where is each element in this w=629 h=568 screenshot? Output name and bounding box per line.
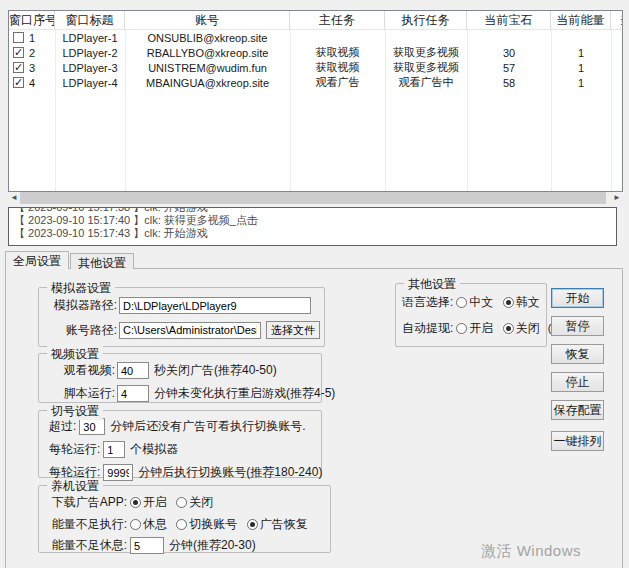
group-maintain-settings: 养机设置 下载广告APP: 开启 关闭 能量不足执行: 休息 切换账号 广告恢复… — [38, 485, 331, 553]
radio-button-icon[interactable] — [130, 519, 141, 530]
radio-button-icon[interactable] — [503, 297, 514, 308]
row-checkbox[interactable] — [13, 62, 24, 73]
scroll-right-arrow-icon[interactable]: ► — [611, 192, 623, 204]
table-row[interactable]: 3 LDPlayer-3 UNISTREM@wudim.fun 获取视频 获取更… — [9, 60, 622, 75]
action-button-column: 开始 暂停 恢复 停止 保存配置 一键排列 — [551, 288, 604, 451]
group-other-settings: 其他设置 语言选择: 中文 韩文 自动提现: 开启 关闭 (测试版) — [395, 283, 547, 347]
choose-file-button[interactable]: 选择文件 — [266, 321, 320, 339]
language-radios: 中文 韩文 — [456, 294, 545, 311]
watch-video-input[interactable] — [117, 362, 149, 379]
radio-label: 中文 — [469, 294, 493, 311]
over-suffix: 分钟后还没有广告可看执行切换账号. — [110, 418, 305, 435]
over-minutes-input[interactable] — [79, 418, 105, 435]
radio-option[interactable]: 开启 — [456, 320, 493, 337]
settings-tab[interactable]: 全局设置 — [5, 251, 69, 269]
table-body: 1 LDPlayer-1 ONSUBLIB@xkreop.site 2 LDPl… — [9, 30, 622, 90]
row-number: 1 — [29, 32, 35, 44]
download-app-label: 下载广告APP: — [47, 494, 127, 511]
cell-window-index: 1 — [9, 32, 55, 44]
cell-main-task: 观看广告 — [290, 75, 385, 90]
scrollbar-thumb[interactable] — [20, 192, 606, 204]
account-path-input[interactable] — [119, 322, 261, 339]
auto-withdraw-radios: 开启 关闭 — [456, 320, 545, 337]
action-button[interactable]: 开始 — [551, 288, 604, 308]
log-line-partial: 【 2023-09-10 15:17:38 】clk: 开始游戏 — [14, 207, 616, 214]
row-number: 2 — [29, 47, 35, 59]
radio-option[interactable]: 开启 — [130, 494, 167, 511]
emulator-table: 窗口序号 窗口标题 账号 主任务 执行任务 当前宝石 当前能量 当 1 LDPl… — [8, 10, 623, 192]
cell-exec-task: 观看广告中 — [385, 75, 467, 90]
radio-option[interactable]: 广告恢复 — [247, 516, 308, 533]
energy-rest-input[interactable] — [130, 537, 164, 554]
table-row[interactable]: 4 LDPlayer-4 MBAINGUA@xkreop.site 观看广告 观… — [9, 75, 622, 90]
radio-label: 开启 — [143, 494, 167, 511]
watch-video-suffix: 秒关闭广告(推荐40-50) — [154, 362, 277, 379]
table-row[interactable]: 2 LDPlayer-2 RBALLYBO@xkreop.site 获取视频 获… — [9, 45, 622, 60]
column-header[interactable]: 当 — [611, 11, 623, 30]
cell-window-title: LDPlayer-1 — [55, 32, 125, 44]
scroll-left-arrow-icon[interactable]: ◄ — [8, 192, 20, 204]
radio-label: 关闭 — [189, 494, 213, 511]
group-title: 养机设置 — [47, 478, 103, 495]
over-label: 超过: — [49, 418, 76, 435]
table-row[interactable]: 1 LDPlayer-1 ONSUBLIB@xkreop.site — [9, 30, 622, 45]
log-lines: 【 2023-09-10 15:17:40 】clk: 获得更多视频_点击 【 … — [14, 214, 616, 240]
action-button[interactable]: 一键排列 — [551, 431, 604, 451]
round-count-input[interactable] — [103, 441, 125, 458]
script-run-input[interactable] — [117, 385, 149, 402]
radio-button-icon[interactable] — [456, 323, 467, 334]
radio-button-icon[interactable] — [456, 297, 467, 308]
emulator-path-input[interactable] — [119, 297, 311, 314]
action-button[interactable]: 暂停 — [551, 316, 604, 336]
cell-energy: 1 — [551, 77, 611, 89]
radio-button-icon[interactable] — [130, 497, 141, 508]
column-header[interactable]: 当前能量 — [551, 11, 611, 30]
radio-option[interactable]: 韩文 — [503, 294, 540, 311]
action-button[interactable]: 停止 — [551, 372, 604, 392]
group-switch-settings: 切号设置 超过: 分钟后还没有广告可看执行切换账号. 每轮运行: 个模拟器 每轮… — [38, 410, 322, 478]
radio-option[interactable]: 中文 — [456, 294, 493, 311]
radio-option[interactable]: 休息 — [130, 516, 167, 533]
column-header[interactable]: 主任务 — [290, 11, 385, 30]
radio-button-icon[interactable] — [176, 497, 187, 508]
cell-window-title: LDPlayer-2 — [55, 47, 125, 59]
row-checkbox[interactable] — [13, 32, 24, 43]
group-video-settings: 视频设置 观看视频: 秒关闭广告(推荐40-50) 脚本运行: 分钟未变化执行重… — [38, 353, 322, 403]
round-run-label: 每轮运行: — [49, 441, 100, 458]
cell-account: UNISTREM@wudim.fun — [125, 62, 290, 74]
cell-window-index: 2 — [9, 47, 55, 59]
cell-account: ONSUBLIB@xkreop.site — [125, 32, 290, 44]
cell-gems: 58 — [467, 77, 551, 89]
group-title: 视频设置 — [47, 346, 103, 363]
auto-withdraw-label: 自动提现: — [402, 320, 453, 337]
emulator-path-label: 模拟器路径: — [47, 297, 117, 314]
activate-windows-watermark: 激活 Windows — [481, 542, 581, 561]
log-line: 【 2023-09-10 15:17:40 】clk: 获得更多视频_点击 — [14, 214, 616, 227]
column-header[interactable]: 执行任务 — [385, 11, 467, 30]
column-header[interactable]: 窗口序号 — [9, 11, 55, 30]
column-header[interactable]: 账号 — [125, 11, 290, 30]
radio-button-icon[interactable] — [176, 519, 187, 530]
radio-option[interactable]: 关闭 — [503, 320, 540, 337]
action-button[interactable]: 恢复 — [551, 344, 604, 364]
column-header[interactable]: 当前宝石 — [467, 11, 551, 30]
action-button[interactable]: 保存配置 — [551, 400, 604, 420]
radio-option[interactable]: 关闭 — [176, 494, 213, 511]
round-suffix: 个模拟器 — [130, 441, 178, 458]
cell-energy: 1 — [551, 62, 611, 74]
column-header[interactable]: 窗口标题 — [55, 11, 125, 30]
settings-tab[interactable]: 其他设置 — [70, 253, 134, 269]
row-checkbox[interactable] — [13, 47, 24, 58]
round-minutes-input[interactable] — [103, 464, 133, 481]
cell-account: MBAINGUA@xkreop.site — [125, 77, 290, 89]
radio-option[interactable]: 切换账号 — [176, 516, 237, 533]
energy-rest-label: 能量不足休息: — [47, 537, 127, 554]
radio-button-icon[interactable] — [503, 323, 514, 334]
radio-button-icon[interactable] — [247, 519, 258, 530]
radio-label: 广告恢复 — [260, 516, 308, 533]
download-app-radios: 开启 关闭 — [130, 494, 219, 511]
row-checkbox[interactable] — [13, 77, 24, 88]
group-emulator-settings: 模拟器设置 模拟器路径: 账号路径: 选择文件 — [38, 287, 325, 347]
cell-window-index: 3 — [9, 62, 55, 74]
cell-gems: 57 — [467, 62, 551, 74]
